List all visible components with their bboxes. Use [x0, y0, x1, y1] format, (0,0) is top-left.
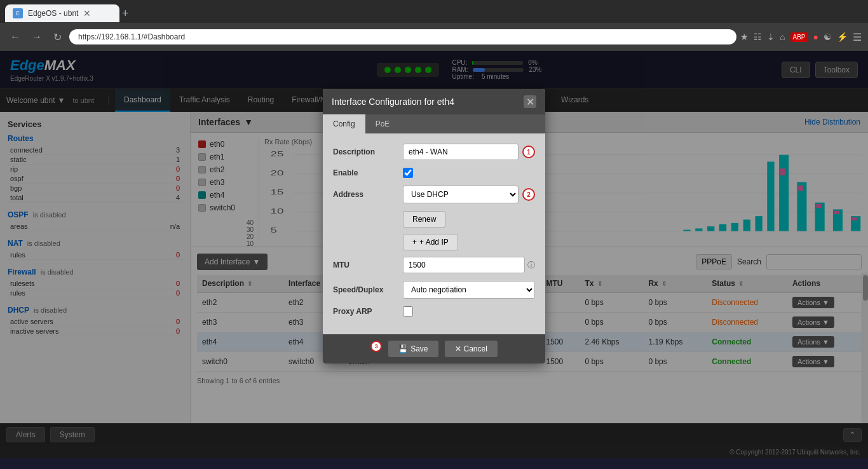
- reload-button[interactable]: ↻: [50, 29, 65, 46]
- description-label: Description: [333, 147, 403, 156]
- abp-icon[interactable]: ABP: [790, 32, 808, 42]
- tab-favicon: E: [13, 8, 23, 18]
- sync-icon[interactable]: ☯: [824, 32, 832, 42]
- modal-header: Interface Configuration for eth4 ✕: [323, 89, 545, 114]
- tab-title: EdgeOS - ubnt: [28, 9, 78, 18]
- bookmark-icon[interactable]: ★: [740, 32, 749, 42]
- modal-tab-config[interactable]: Config: [323, 114, 365, 133]
- cancel-button[interactable]: ✕ Cancel: [445, 341, 498, 357]
- home-icon[interactable]: ⌂: [780, 32, 785, 42]
- nav-icons: ★ ☷ ⇣ ⌂ ABP ● ☯ ⚡ ☰: [740, 31, 862, 43]
- address-row: Address Use DHCP Static None 2: [333, 186, 535, 203]
- mtu-info-icon[interactable]: ⓘ: [527, 260, 535, 271]
- modal-footer: 3 💾 Save ✕ Cancel: [323, 334, 545, 364]
- cancel-x-icon: ✕: [455, 344, 461, 353]
- add-ip-button[interactable]: + + Add IP: [403, 234, 458, 250]
- badge-3: 3: [370, 341, 382, 352]
- enable-label: Enable: [333, 168, 403, 177]
- add-ip-row: + + Add IP: [333, 234, 535, 250]
- download-icon[interactable]: ⇣: [767, 32, 775, 42]
- forward-button[interactable]: →: [28, 29, 46, 45]
- extensions-icon[interactable]: ⚡: [837, 32, 848, 42]
- browser-nav: ← → ↻ ★ ☷ ⇣ ⌂ ABP ● ☯ ⚡ ☰: [0, 23, 868, 51]
- menu-icon[interactable]: ☰: [853, 31, 862, 43]
- mtu-label: MTU: [333, 261, 403, 269]
- modal-title: Interface Configuration for eth4: [332, 97, 454, 107]
- modal-tab-poe[interactable]: PoE: [365, 114, 400, 133]
- description-row: Description 1: [333, 144, 535, 160]
- new-tab-button[interactable]: +: [122, 7, 129, 20]
- vivaldi-icon[interactable]: ●: [813, 32, 818, 42]
- copyright: © Copyright 2012-2017 Ubiquiti Networks,…: [0, 446, 868, 458]
- description-input[interactable]: [403, 144, 519, 160]
- tab-close-button[interactable]: ✕: [83, 8, 91, 18]
- speed-duplex-select[interactable]: Auto negotiation 100/Full 100/Half 10/Fu…: [403, 281, 535, 299]
- speed-duplex-row: Speed/Duplex Auto negotiation 100/Full 1…: [333, 281, 535, 299]
- proxy-arp-row: Proxy ARP: [333, 306, 535, 316]
- address-label: Address: [333, 190, 403, 199]
- modal-close-button[interactable]: ✕: [524, 95, 536, 108]
- modal-overlay: Interface Configuration for eth4 ✕ Confi…: [0, 51, 868, 446]
- save-button[interactable]: 💾 Save: [388, 341, 438, 357]
- enable-checkbox[interactable]: [403, 168, 413, 178]
- badge-2: 2: [522, 188, 535, 201]
- speed-duplex-label: Speed/Duplex: [333, 285, 403, 294]
- modal-body: Description 1 Enable Address Use DHCP St…: [323, 133, 545, 334]
- proxy-arp-label: Proxy ARP: [333, 307, 403, 316]
- badge-1: 1: [522, 146, 535, 158]
- interface-config-modal: Interface Configuration for eth4 ✕ Confi…: [323, 89, 545, 364]
- enable-row: Enable: [333, 168, 535, 178]
- renew-button[interactable]: Renew: [403, 211, 445, 228]
- address-bar[interactable]: [69, 29, 736, 44]
- renew-row: Renew: [333, 211, 535, 228]
- mtu-input[interactable]: [403, 257, 525, 273]
- proxy-arp-checkbox[interactable]: [403, 306, 413, 316]
- save-icon: 💾: [398, 344, 408, 353]
- address-select[interactable]: Use DHCP Static None: [403, 186, 519, 203]
- back-button[interactable]: ←: [6, 29, 24, 45]
- modal-tabs: Config PoE: [323, 114, 545, 133]
- browser-tab-bar: E EdgeOS - ubnt ✕ +: [0, 0, 868, 23]
- mtu-row: MTU ⓘ: [333, 257, 535, 273]
- reader-icon[interactable]: ☷: [754, 32, 762, 42]
- browser-tab[interactable]: E EdgeOS - ubnt ✕: [5, 4, 119, 22]
- plus-icon: +: [412, 238, 417, 247]
